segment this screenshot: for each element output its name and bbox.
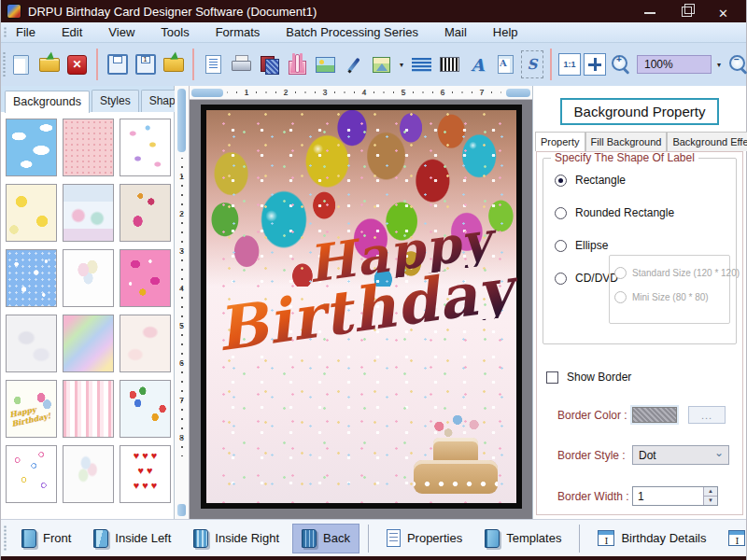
backgrounds-panel: Backgrounds Styles Shapes	[1, 86, 175, 519]
menu-help[interactable]: Help	[493, 25, 518, 39]
menu-file[interactable]: File	[16, 25, 35, 39]
text-note-icon[interactable]	[201, 50, 226, 78]
pen-icon[interactable]	[341, 50, 366, 78]
menu-edit[interactable]: Edit	[62, 25, 82, 39]
gift-icon[interactable]	[285, 50, 310, 78]
save-as-icon[interactable]	[133, 50, 158, 78]
thumbnail-pink-streaks[interactable]	[63, 380, 114, 438]
minimize-button[interactable]	[643, 5, 656, 18]
print-icon[interactable]	[229, 50, 254, 78]
thumbnail-happy-birthday-art[interactable]	[6, 380, 57, 438]
border-width-spinner[interactable]: 1 ▲ ▼	[632, 486, 718, 506]
zoom-in-icon[interactable]: +	[609, 50, 634, 78]
thumbnail-pink-butterflies[interactable]	[120, 249, 171, 307]
toolbar: ▾ + 100% ▾ −	[1, 43, 746, 86]
wave-lines-icon[interactable]	[409, 50, 434, 78]
thumbnail-red-hearts[interactable]	[120, 445, 171, 503]
border-style-label: Border Style :	[557, 449, 632, 462]
signature-icon[interactable]	[521, 50, 543, 78]
thumbnail-sky-clouds[interactable]	[6, 119, 57, 176]
thumbnail-yellow-daisies[interactable]	[6, 184, 57, 242]
close-document-icon[interactable]	[64, 50, 90, 78]
close-button[interactable]	[718, 5, 731, 18]
back-button[interactable]: Back	[292, 524, 359, 553]
thumbnail-pink-speckle[interactable]	[63, 119, 114, 176]
save-icon[interactable]	[105, 50, 130, 78]
tab-backgrounds[interactable]: Backgrounds	[5, 91, 90, 113]
properties-page-icon	[387, 529, 401, 547]
tab-styles[interactable]: Styles	[92, 90, 139, 112]
thumbnail-birds-beige[interactable]	[120, 184, 171, 242]
spinner-up-icon[interactable]: ▲	[704, 487, 717, 497]
horizontal-ruler: 1234567	[190, 86, 532, 100]
back-label: Back	[323, 531, 350, 545]
invitation-details-button[interactable]: Invitation Details	[719, 525, 747, 552]
radio-rectangle[interactable]: Rectangle	[555, 174, 728, 187]
insert-image-icon[interactable]	[313, 50, 338, 78]
tab-property[interactable]: Property	[535, 132, 585, 151]
minus-sign: −	[734, 55, 740, 64]
tab-background-effects[interactable]: Background Effects	[667, 132, 747, 151]
front-label: Front	[43, 531, 71, 545]
templates-button[interactable]: Templates	[475, 524, 571, 553]
thumbnail-blue-stars[interactable]	[6, 249, 57, 307]
thumbnail-pastel-floral[interactable]	[120, 119, 171, 176]
new-document-icon[interactable]	[8, 50, 34, 78]
thumbnail-balloon-bouquet[interactable]	[63, 445, 114, 503]
open-template-icon[interactable]	[161, 50, 186, 78]
thumbnail-heart-outlines[interactable]	[6, 445, 57, 503]
backgrounds-panel-tabs: Backgrounds Styles Shapes	[1, 86, 174, 112]
open-file-icon[interactable]	[36, 50, 62, 78]
inside-right-button[interactable]: Inside Right	[184, 524, 289, 553]
barcode-icon[interactable]	[437, 50, 462, 78]
tab-fill-background[interactable]: Fill Background	[585, 132, 668, 151]
zoom-out-icon[interactable]: −	[726, 50, 747, 78]
font-icon[interactable]	[465, 50, 490, 78]
thumbnail-pale-gray-pattern[interactable]	[6, 315, 57, 372]
toolbar-separator	[192, 49, 194, 80]
shape-tool-icon[interactable]	[369, 50, 394, 78]
zoom-level-combobox[interactable]: 100%	[637, 55, 712, 74]
v-ruler-number: 7	[175, 382, 189, 419]
vertical-ruler: 12345678	[175, 86, 190, 519]
v-ruler-number: 5	[175, 307, 189, 344]
label-text-icon[interactable]	[493, 50, 518, 78]
radio-ellipse[interactable]: Ellipse	[555, 239, 728, 252]
restore-button[interactable]	[681, 5, 694, 18]
thumbnail-balloons-party[interactable]	[120, 380, 171, 438]
fit-page-icon[interactable]	[584, 53, 606, 76]
design-canvas[interactable]: Happy Birthday	[190, 100, 532, 519]
border-style-select[interactable]: Dot	[632, 445, 729, 465]
thumbnail-pale-balloons[interactable]	[63, 249, 114, 307]
menu-tools[interactable]: Tools	[161, 25, 189, 39]
cake-artwork	[410, 413, 501, 494]
radio-standard-size[interactable]: Standard Size (120 * 120)	[614, 267, 725, 279]
menu-batch-processing-series[interactable]: Batch Processing Series	[286, 25, 418, 39]
radio-mini-size[interactable]: Mini Size (80 * 80)	[614, 291, 725, 303]
properties-button[interactable]: Properties	[377, 524, 472, 553]
v-ruler-number: 4	[175, 270, 189, 307]
radio-label: Rounded Rectangle	[575, 206, 674, 219]
birthday-details-button[interactable]: Birthday Details	[588, 525, 715, 552]
menu-view[interactable]: View	[108, 25, 134, 39]
thumbnail-pastel-houses[interactable]	[63, 184, 114, 242]
zoom-combobox-caret-icon[interactable]: ▾	[714, 50, 724, 78]
actual-size-icon[interactable]	[558, 53, 581, 76]
radio-label: Ellipse	[575, 239, 608, 252]
thumbnail-pastel-rainbow[interactable]	[63, 315, 114, 372]
spinner-down-icon[interactable]: ▼	[704, 497, 717, 505]
menu-mail[interactable]: Mail	[444, 25, 467, 39]
radio-rounded-rectangle[interactable]: Rounded Rectangle	[555, 206, 728, 219]
border-color-picker-button[interactable]: ...	[688, 406, 726, 424]
border-width-row: Border Width : 1 ▲ ▼	[557, 486, 735, 506]
bottom-bar-separator	[579, 525, 580, 553]
border-color-swatch[interactable]	[632, 407, 677, 423]
inside-left-button[interactable]: Inside Left	[84, 524, 180, 553]
show-border-checkbox-row[interactable]: Show Border	[546, 371, 735, 384]
shape-tool-caret-icon[interactable]: ▾	[397, 50, 406, 78]
card-preview[interactable]: Happy Birthday	[201, 105, 522, 509]
menu-formats[interactable]: Formats	[216, 25, 261, 39]
image-gallery-icon[interactable]	[257, 50, 282, 78]
thumbnail-pale-peach[interactable]	[120, 315, 171, 372]
front-button[interactable]: Front	[12, 524, 80, 553]
